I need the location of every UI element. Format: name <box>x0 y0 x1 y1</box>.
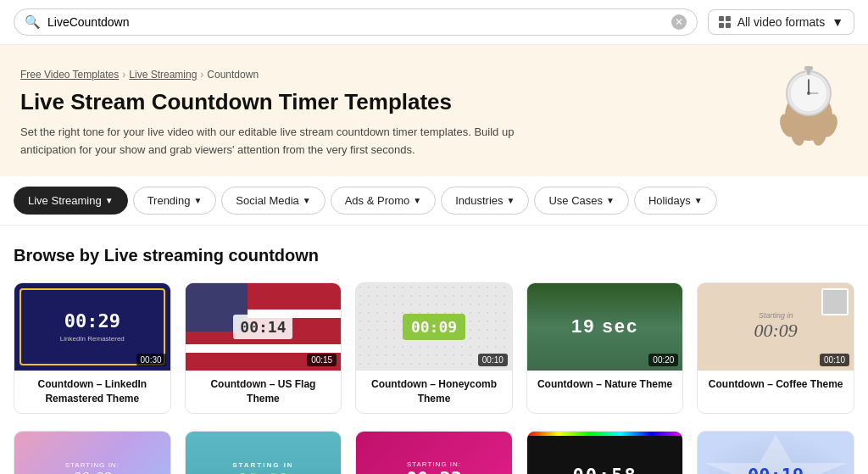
template-thumb-usflag: 00:14 00:15 <box>186 283 342 371</box>
nav-trending-label: Trending <box>147 194 191 207</box>
template-thumb-silhouette: STARTING IN: 00:09 00:10 <box>14 432 170 474</box>
nav-ads-promo-label: Ads & Promo <box>345 194 410 207</box>
nav-use-cases-label: Use Cases <box>548 194 603 207</box>
thumb-visual: STARTING IN: 00:23 <box>356 432 512 474</box>
chevron-down-icon: ▼ <box>413 196 421 205</box>
duration-badge: 00:10 <box>478 354 508 366</box>
chevron-down-icon: ▼ <box>606 196 615 205</box>
template-thumb-rainbow: 00:58 1:00 <box>527 432 683 474</box>
section-title: Browse by Live streaming countdown <box>14 246 854 265</box>
template-card-teal[interactable]: STARTING IN 00:09 00:10 Countdown – Teal… <box>185 431 342 474</box>
nav-bar: Live Streaming ▼ Trending ▼ Social Media… <box>0 176 868 226</box>
rainbow-bar <box>527 432 683 436</box>
template-thumb-magenta: STARTING IN: 00:23 00:25 <box>356 432 512 474</box>
template-card-nature[interactable]: 19 sec 00:20 Countdown – Nature Theme <box>526 282 684 414</box>
hero-banner: Free Video Templates › Live Streaming › … <box>0 45 868 176</box>
search-input[interactable] <box>47 15 665 29</box>
thumb-visual: STARTING IN 00:09 <box>186 432 342 474</box>
nav-live-streaming-label: Live Streaming <box>28 194 102 207</box>
template-thumb-linkedin: 00:29 LinkedIn Remastered 00:30 <box>14 283 170 371</box>
template-label: Countdown – Honeycomb Theme <box>356 371 512 413</box>
template-card-honeycomb[interactable]: 00:09 00:10 Countdown – Honeycomb Theme <box>355 282 513 414</box>
template-card-burst[interactable]: 00:19 00:20 Countdown – Burst Theme <box>697 431 854 474</box>
duration-badge: 00:10 <box>820 354 849 366</box>
template-card-magenta[interactable]: STARTING IN: 00:23 00:25 Countdown – Mag… <box>355 431 513 474</box>
starting-text: STARTING IN: <box>65 461 120 469</box>
template-card-rainbow[interactable]: 00:58 1:00 Countdown – Rainbow Theme <box>526 431 684 474</box>
chevron-down-icon: ▼ <box>832 15 843 29</box>
template-card-linkedin[interactable]: 00:29 LinkedIn Remastered 00:30 Countdow… <box>14 282 171 414</box>
nav-trending[interactable]: Trending ▼ <box>133 187 217 215</box>
template-thumb-nature: 19 sec 00:20 <box>527 283 683 371</box>
main-content: Browse by Live streaming countdown 00:29… <box>0 226 868 474</box>
template-thumb-honeycomb: 00:09 00:10 <box>356 283 512 371</box>
nav-industries[interactable]: Industries ▼ <box>441 187 529 215</box>
nav-ads-promo[interactable]: Ads & Promo ▼ <box>331 187 437 215</box>
clear-search-button[interactable]: ✕ <box>671 14 687 30</box>
nav-holidays-label: Holidays <box>648 194 691 207</box>
template-thumb-coffee: Starting in 00:09 00:10 <box>698 283 854 371</box>
time-box: 00:09 <box>403 314 465 340</box>
format-label: All video formats <box>737 15 825 29</box>
countdown-time: 00:14 <box>233 315 292 339</box>
thumb-visual: 00:19 <box>698 432 854 474</box>
breadcrumb-sep-2: › <box>200 69 203 81</box>
breadcrumb-current: Countdown <box>207 69 259 81</box>
hero-description: Set the right tone for your live video w… <box>20 124 529 159</box>
starting-text: Starting in <box>759 311 793 320</box>
nav-holidays[interactable]: Holidays ▼ <box>634 187 717 215</box>
template-label: Countdown – LinkedIn Remastered Theme <box>14 371 170 413</box>
breadcrumb-free-templates[interactable]: Free Video Templates <box>20 69 119 81</box>
svg-rect-4 <box>804 66 813 70</box>
search-wrapper: 🔍 ✕ <box>14 8 698 36</box>
nav-social-media[interactable]: Social Media ▼ <box>221 187 325 215</box>
nav-social-media-label: Social Media <box>236 194 298 207</box>
hero-content: Free Video Templates › Live Streaming › … <box>20 69 597 159</box>
duration-badge: 00:30 <box>136 354 166 366</box>
countdown-time: 00:19 <box>748 465 804 474</box>
chevron-down-icon: ▼ <box>303 196 311 205</box>
chevron-down-icon: ▼ <box>105 196 114 205</box>
countdown-time: 00:58 <box>572 465 637 474</box>
template-label: Countdown – Nature Theme <box>527 371 683 399</box>
countdown-time: 00:09 <box>411 318 457 336</box>
stopwatch-illustration <box>771 58 847 151</box>
template-card-usflag[interactable]: 00:14 00:15 Countdown – US Flag Theme <box>185 282 342 414</box>
template-grid-row1: 00:29 LinkedIn Remastered 00:30 Countdow… <box>14 282 854 414</box>
breadcrumb: Free Video Templates › Live Streaming › … <box>20 69 597 81</box>
hero-image <box>766 53 851 155</box>
breadcrumb-live-streaming[interactable]: Live Streaming <box>129 69 197 81</box>
countdown-time: 00:09 <box>237 469 288 474</box>
template-card-coffee[interactable]: Starting in 00:09 00:10 Countdown – Coff… <box>697 282 854 414</box>
thumb-visual: 00:58 <box>527 432 683 474</box>
starting-text: STARTING IN <box>232 461 294 469</box>
countdown-time: 00:23 <box>406 468 462 474</box>
search-icon: 🔍 <box>25 14 41 30</box>
starting-text: STARTING IN: <box>407 460 461 468</box>
top-bar: 🔍 ✕ All video formats ▼ <box>0 0 868 45</box>
template-thumb-burst: 00:19 00:20 <box>698 432 854 474</box>
nav-live-streaming[interactable]: Live Streaming ▼ <box>14 187 128 215</box>
chevron-down-icon: ▼ <box>694 196 703 205</box>
nav-industries-label: Industries <box>455 194 503 207</box>
template-card-silhouette[interactable]: STARTING IN: 00:09 00:10 Countdown – Sil… <box>14 431 171 474</box>
duration-badge: 00:15 <box>307 354 337 366</box>
thumb-visual: STARTING IN: 00:09 <box>14 432 170 474</box>
countdown-time: 19 sec <box>571 315 638 337</box>
duration-badge: 00:20 <box>648 354 678 366</box>
page-title: Live Stream Countdown Timer Templates <box>20 89 597 115</box>
template-label: Countdown – Coffee Theme <box>698 371 854 399</box>
countdown-time: 00:09 <box>72 469 112 474</box>
format-selector[interactable]: All video formats ▼ <box>708 9 854 35</box>
chevron-down-icon: ▼ <box>507 196 515 205</box>
photo-frame <box>821 288 849 315</box>
nav-use-cases[interactable]: Use Cases ▼ <box>534 187 628 215</box>
template-thumb-teal: STARTING IN 00:09 00:10 <box>186 432 342 474</box>
template-label: Countdown – US Flag Theme <box>186 371 342 413</box>
template-grid-row2: STARTING IN: 00:09 00:10 Countdown – Sil… <box>14 427 854 474</box>
countdown-time: 00:09 <box>754 320 798 342</box>
chevron-down-icon: ▼ <box>193 196 202 205</box>
grid-icon <box>719 16 731 28</box>
breadcrumb-sep-1: › <box>122 69 125 81</box>
